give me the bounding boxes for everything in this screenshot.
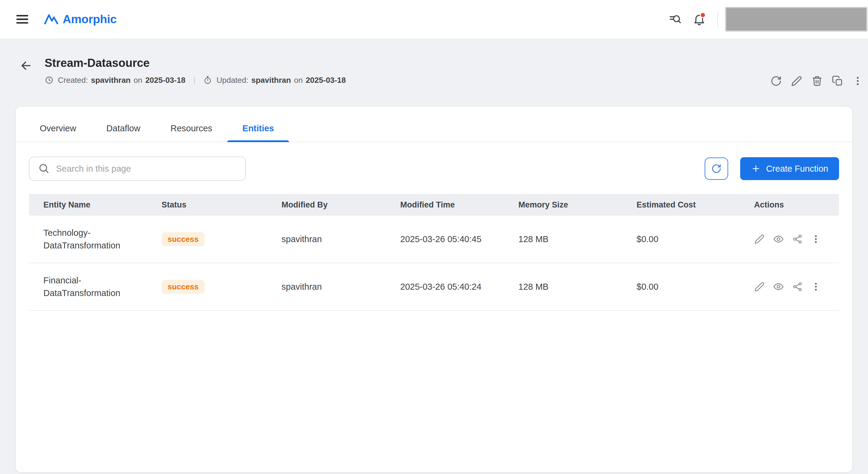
created-date: 2025-03-18 <box>145 76 185 85</box>
edit-button[interactable] <box>791 75 802 87</box>
back-button[interactable] <box>18 58 34 73</box>
global-search-icon <box>669 13 682 26</box>
pencil-icon <box>754 234 765 244</box>
row-view-button[interactable] <box>773 233 784 245</box>
column-header-memory-size: Memory Size <box>504 200 622 210</box>
eye-icon <box>773 233 784 245</box>
row-edit-button[interactable] <box>754 234 765 244</box>
pencil-icon <box>791 75 802 87</box>
updated-user: spavithran <box>251 76 291 85</box>
column-header-estimated-cost: Estimated Cost <box>622 200 740 210</box>
details-card: Overview Dataflow Resources Entities <box>15 106 853 473</box>
tab-resources[interactable]: Resources <box>156 115 227 141</box>
brand-logo[interactable]: Amorphic <box>43 11 117 27</box>
column-header-modified-time: Modified Time <box>386 200 504 210</box>
status-badge: success <box>161 280 205 294</box>
updated-date: 2025-03-18 <box>306 76 346 85</box>
pencil-icon <box>754 281 765 292</box>
row-dataflow-button[interactable] <box>792 234 803 244</box>
modified-by-cell: spavithran <box>267 234 386 244</box>
created-label: Created: <box>58 76 88 85</box>
profile-area[interactable] <box>725 7 867 32</box>
notification-dot <box>700 12 706 18</box>
create-function-button[interactable]: Create Function <box>740 157 839 180</box>
row-dataflow-button[interactable] <box>792 281 803 292</box>
status-badge: success <box>161 232 205 246</box>
modified-time-cell: 2025-03-26 05:40:24 <box>386 282 504 292</box>
clock-icon <box>44 76 54 84</box>
hamburger-icon <box>14 11 30 27</box>
refresh-button[interactable] <box>770 75 782 87</box>
entity-name-cell[interactable]: Financial-DataTransformation <box>29 274 144 299</box>
kebab-icon <box>811 234 821 244</box>
plus-icon <box>751 164 761 173</box>
global-search-button[interactable] <box>663 7 687 31</box>
search-input[interactable] <box>29 157 246 181</box>
refresh-icon <box>711 164 721 174</box>
page-header: Stream-Datasource Created: spavithran on… <box>0 39 868 106</box>
topbar-divider <box>717 11 718 27</box>
created-user: spavithran <box>91 76 131 85</box>
entities-table: Entity Name Status Modified By Modified … <box>29 194 839 311</box>
kebab-icon <box>852 76 863 87</box>
delete-button[interactable] <box>811 75 823 87</box>
entity-name-cell[interactable]: Technology-DataTransformation <box>29 227 144 252</box>
updated-conj: on <box>294 76 303 85</box>
trash-icon <box>811 75 823 87</box>
more-options-button[interactable] <box>852 76 863 87</box>
search-box <box>29 157 246 181</box>
dataflow-icon <box>792 281 803 292</box>
memory-size-cell: 128 MB <box>504 234 622 244</box>
column-header-entity-name: Entity Name <box>29 200 147 210</box>
tab-overview[interactable]: Overview <box>25 115 91 141</box>
column-header-actions: Actions <box>740 200 839 210</box>
updated-label: Updated: <box>216 76 248 85</box>
entities-toolbar: Create Function <box>29 157 839 181</box>
row-more-button[interactable] <box>811 281 821 292</box>
row-actions <box>740 233 839 245</box>
modified-time-cell: 2025-03-26 05:40:45 <box>386 234 504 244</box>
table-row: Technology-DataTransformation success sp… <box>29 215 839 263</box>
menu-button[interactable] <box>14 11 30 27</box>
table-header: Entity Name Status Modified By Modified … <box>29 194 839 215</box>
modified-by-cell: spavithran <box>267 282 386 292</box>
estimated-cost-cell: $0.00 <box>622 234 740 244</box>
kebab-icon <box>811 281 821 292</box>
created-conj: on <box>133 76 142 85</box>
amorphic-mark-icon <box>43 11 59 27</box>
refresh-list-button[interactable] <box>705 158 728 180</box>
table-row: Financial-DataTransformation success spa… <box>29 263 839 311</box>
page-meta: Created: spavithran on 2025-03-18 | Upda… <box>44 75 346 85</box>
app-root: Amorphic Stre <box>0 0 868 474</box>
eye-icon <box>773 281 784 293</box>
estimated-cost-cell: $0.00 <box>622 282 740 292</box>
notifications-button[interactable] <box>687 7 711 31</box>
column-header-modified-by: Modified By <box>267 200 386 210</box>
header-actions <box>770 75 863 87</box>
create-function-label: Create Function <box>766 164 828 174</box>
dataflow-icon <box>792 234 803 244</box>
tab-dataflow[interactable]: Dataflow <box>91 115 156 141</box>
copy-icon <box>832 75 843 87</box>
tab-entities[interactable]: Entities <box>227 115 289 141</box>
memory-size-cell: 128 MB <box>504 282 622 292</box>
stopwatch-icon <box>203 76 212 84</box>
row-actions <box>740 281 839 293</box>
row-edit-button[interactable] <box>754 281 765 292</box>
search-icon <box>38 163 50 174</box>
clone-button[interactable] <box>832 75 843 87</box>
topbar: Amorphic <box>0 0 868 39</box>
refresh-icon <box>770 75 782 87</box>
brand-name: Amorphic <box>63 13 117 26</box>
meta-divider: | <box>193 75 195 85</box>
tab-bar: Overview Dataflow Resources Entities <box>16 107 852 142</box>
page-title: Stream-Datasource <box>44 56 346 70</box>
row-more-button[interactable] <box>811 234 821 244</box>
row-view-button[interactable] <box>773 281 784 293</box>
column-header-status: Status <box>147 200 267 210</box>
back-arrow-icon <box>19 59 33 72</box>
